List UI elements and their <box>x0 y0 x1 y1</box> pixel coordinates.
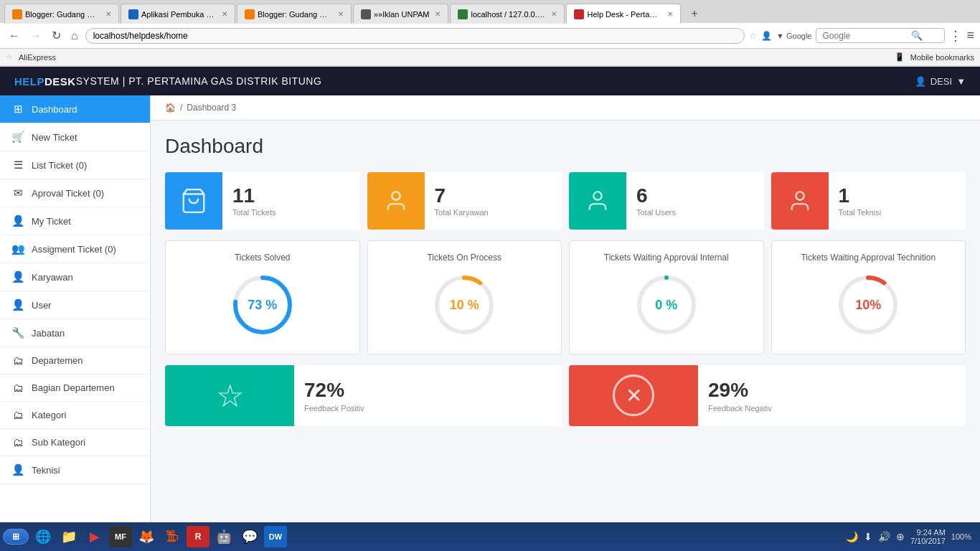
aliexpress-bookmark[interactable]: AliExpress <box>19 53 56 62</box>
app-wrapper: HELP DESK SYSTEM | PT. PERTAMINA GAS DIS… <box>0 67 980 523</box>
breadcrumb-home-icon[interactable]: 🏠 <box>165 103 176 113</box>
sidebar-item-dashboard[interactable]: ⊞ Dashboard <box>0 95 150 123</box>
browser-tab-4[interactable]: »»Iklan UNPAM ✕ <box>353 4 448 24</box>
stat-icon-users <box>569 172 626 230</box>
jabatan-icon: 🔧 <box>11 326 24 339</box>
address-input[interactable] <box>85 28 745 44</box>
stat-cards-row: 11 Total Tickets 7 Total Karyawan <box>165 172 966 230</box>
sidebar-item-sub-kategori[interactable]: 🗂 Sub Kategori <box>0 429 150 456</box>
new-tab-button[interactable]: + <box>685 4 703 23</box>
sidebar: ⊞ Dashboard 🛒 New Ticket ☰ List Ticket (… <box>0 95 151 523</box>
stat-number-tickets: 11 <box>232 186 350 206</box>
user-menu[interactable]: 👤 DESI ▼ <box>915 76 966 87</box>
browser-search-input[interactable] <box>822 31 908 41</box>
stat-card-users: 6 Total Users <box>569 172 764 230</box>
sidebar-item-approval-ticket[interactable]: ✉ Aproval Ticket (0) <box>0 179 150 207</box>
browser-tab-3[interactable]: Blogger: Gudang Codin... ✕ <box>237 4 352 24</box>
tab-label-1: Blogger: Gudang Codin... <box>25 10 100 19</box>
sidebar-label-dashboard: Dashboard <box>32 104 77 115</box>
negative-feedback-number: 29% <box>708 379 956 402</box>
tab-close-1[interactable]: ✕ <box>105 10 111 18</box>
negative-feedback-info: 29% Feedback Negativ <box>698 365 966 426</box>
stat-card-tickets: 11 Total Tickets <box>165 172 360 230</box>
bagian-icon: 🗂 <box>11 382 24 394</box>
sidebar-item-karyawan[interactable]: 👤 Karyawan <box>0 263 150 291</box>
sidebar-label-jabatan: Jabatan <box>32 328 65 339</box>
gauge-circle-approval-tech: 10% <box>836 273 900 337</box>
tab-favicon-4 <box>361 9 371 19</box>
stat-icon-tickets <box>165 172 222 230</box>
sidebar-item-departemen[interactable]: 🗂 Departemen <box>0 347 150 375</box>
sidebar-label-user: User <box>32 300 51 311</box>
google-account-label: ▼ Google <box>776 32 811 40</box>
sidebar-label-assignment-ticket: Assigment Ticket (0) <box>32 244 116 255</box>
brand-help: HELP <box>14 75 44 88</box>
tab-favicon-5 <box>458 9 468 19</box>
stat-icon-karyawan <box>367 172 425 230</box>
tab-label-2: Aplikasi Pembuka File P... <box>141 10 216 19</box>
tab-close-5[interactable]: ✕ <box>551 10 557 18</box>
tab-close-6[interactable]: ✕ <box>667 10 673 18</box>
gauge-card-approval-tech: Tickets Waiting Approval Technition 10% <box>771 240 966 354</box>
stat-info-karyawan: 7 Total Karyawan <box>425 172 562 230</box>
forward-button[interactable]: → <box>27 28 44 44</box>
sidebar-label-departemen: Departemen <box>32 355 83 366</box>
sidebar-item-assignment-ticket[interactable]: 👥 Assigment Ticket (0) <box>0 235 150 263</box>
mobile-bookmarks-label[interactable]: Mobile bookmarks <box>910 53 974 62</box>
profile-icon[interactable]: 👤 <box>761 31 772 41</box>
tab-close-3[interactable]: ✕ <box>338 10 344 18</box>
tab-close-2[interactable]: ✕ <box>222 10 227 18</box>
stat-info-teknisi: 1 Total Teknisi <box>829 172 966 230</box>
sidebar-item-teknisi[interactable]: 👤 Teknisi <box>0 456 150 484</box>
assignment-ticket-icon: 👥 <box>11 242 24 255</box>
extend-icon[interactable]: ≡ <box>966 28 974 43</box>
tab-favicon-1 <box>12 9 22 19</box>
browser-tab-6[interactable]: Help Desk - Pertamina ✕ <box>566 4 681 24</box>
sidebar-item-my-ticket[interactable]: 👤 My Ticket <box>0 207 150 235</box>
content-area: 🏠 / Dashboard 3 Dashboard 11 <box>151 95 980 523</box>
gauge-title-approval-internal: Tickets Waiting Approval Internal <box>580 252 753 264</box>
tab-label-6: Help Desk - Pertamina <box>587 10 661 19</box>
home-button[interactable]: ⌂ <box>68 28 81 44</box>
sidebar-item-user[interactable]: 👤 User <box>0 291 150 319</box>
tab-favicon-2 <box>128 9 138 19</box>
list-ticket-icon: ☰ <box>11 159 24 171</box>
sidebar-label-approval-ticket: Aproval Ticket (0) <box>32 188 104 199</box>
sidebar-item-kategori[interactable]: 🗂 Kategori <box>0 402 150 429</box>
taskbar: ⊞ 🌐 📁 ▶ MF 🦊 🗜 R 🤖 💬 DW 🌙 ⬇ 🔊 ⊕ 9:24 AM … <box>0 522 980 523</box>
bookmark-star-icon: ☆ <box>6 52 13 62</box>
browser-tab-5[interactable]: localhost / 127.0.0.1 / he... ✕ <box>450 4 565 24</box>
user-dropdown-icon: ▼ <box>956 76 966 87</box>
star-icon[interactable]: ☆ <box>749 31 757 41</box>
bottom-cards-row: ☆ 72% Feedback Positiv ✕ 29% F <box>165 365 966 426</box>
tab-close-4[interactable]: ✕ <box>435 10 440 18</box>
gauge-title-process: Tickets On Process <box>379 252 551 264</box>
gauge-card-approval-internal: Tickets Waiting Approval Internal 0 % <box>569 240 764 354</box>
brand-rest: SYSTEM | PT. PERTAMINA GAS DISTRIK BITUN… <box>76 75 322 87</box>
sidebar-label-new-ticket: New Ticket <box>32 132 77 143</box>
sidebar-item-list-ticket[interactable]: ☰ List Ticket (0) <box>0 151 150 179</box>
stat-number-teknisi: 1 <box>839 186 956 206</box>
browser-chrome: Blogger: Gudang Codin... ✕ Aplikasi Pemb… <box>0 0 980 67</box>
negative-feedback-icon: ✕ <box>569 365 698 426</box>
username-label: DESI <box>930 76 952 87</box>
back-button[interactable]: ← <box>6 28 23 44</box>
address-bar: ← → ↻ ⌂ ☆ 👤 ▼ Google 🔍 ⋮ ≡ <box>0 23 980 49</box>
positive-feedback-icon: ☆ <box>165 365 294 426</box>
sidebar-item-bagian-departemen[interactable]: 🗂 Bagian Departemen <box>0 375 150 402</box>
sidebar-item-jabatan[interactable]: 🔧 Jabatan <box>0 319 150 347</box>
sidebar-item-new-ticket[interactable]: 🛒 New Ticket <box>0 123 150 151</box>
gauge-circle-approval-internal: 0 % <box>634 273 699 337</box>
browser-tab-2[interactable]: Aplikasi Pembuka File P... ✕ <box>121 4 235 24</box>
bookmark-bar: ☆ AliExpress 📱 Mobile bookmarks <box>0 49 980 66</box>
search-icon[interactable]: 🔍 <box>911 30 923 41</box>
menu-icon[interactable]: ⋮ <box>949 28 962 44</box>
stat-number-users: 6 <box>636 186 754 206</box>
browser-tab-1[interactable]: Blogger: Gudang Codin... ✕ <box>4 4 119 24</box>
new-ticket-icon: 🛒 <box>11 131 24 143</box>
bottom-card-negative: ✕ 29% Feedback Negativ <box>569 365 966 426</box>
gauge-title-solved: Tickets Solved <box>176 252 349 264</box>
reload-button[interactable]: ↻ <box>49 27 64 44</box>
tab-label-4: »»Iklan UNPAM <box>374 10 429 19</box>
stat-label-users: Total Users <box>636 208 754 217</box>
